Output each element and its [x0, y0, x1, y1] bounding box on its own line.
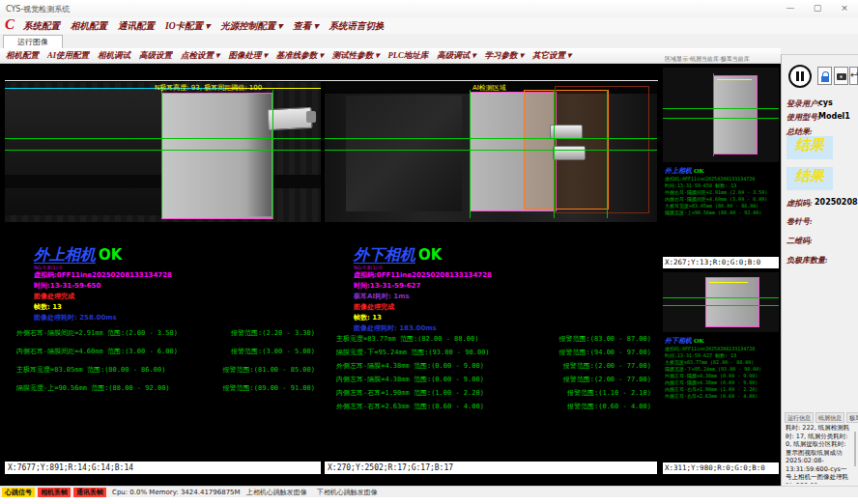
maximize-button[interactable]: ▢ — [808, 2, 827, 15]
model-label: 使用型号: — [786, 112, 820, 123]
preview-line: 外侧右耳-隔膜间距=2.91mm (2.00 - 3.50) — [665, 189, 779, 196]
coordinate-bar-preview2: X:311;Y:980;R:0;G:0;B:0 — [663, 462, 779, 474]
preview-line: 外侧左耳-右耳=2.63mm (0.60 - 4.00) — [665, 393, 779, 400]
menu-item[interactable]: 系统语言切换 — [329, 20, 385, 33]
measure-value: 外侧左耳-隔膜=4.38mm 范围:(0.00 - 9.00) — [336, 361, 484, 375]
toolbar-item[interactable]: AI使用配置 — [47, 50, 89, 62]
menu-item[interactable]: 光源控制配置 ▾ — [220, 20, 282, 33]
measure-row: 外侧左耳-隔膜=4.38mm 范围:(0.00 - 9.00) 报警范围:(2.… — [336, 361, 651, 375]
upper-camera-view: N极耳高度: 93, 极耳间距阈值: 100 外上相机OK NG:0,B(1):… — [5, 81, 321, 474]
measure-line-v — [554, 90, 555, 218]
menu-item[interactable]: 相机配置 — [71, 20, 107, 33]
machine-block — [5, 90, 164, 215]
measure-value: 内侧左耳-隔膜=4.38mm 范围:(0.00 - 9.00) — [336, 375, 484, 388]
ai-elapsed-line: 极耳AI耗时: 1ms — [354, 292, 410, 301]
info-tab[interactable]: 极耳信息 — [846, 412, 858, 423]
alarm-range: 报警范围:(2.20 - 3.30) — [231, 328, 315, 347]
toolbar-item[interactable]: 相机调试 — [98, 50, 130, 62]
preview-upper-image[interactable] — [663, 68, 779, 162]
measure-value: 外侧右耳-隔膜间距=2.91mm 范围:(2.00 - 3.50) — [16, 328, 178, 347]
camera-result-title: 外上相机OK — [34, 245, 122, 266]
coordinate-bar-lower: X:270;Y:2502;R:17;G:17;B:17 — [325, 462, 657, 474]
preview-sheet-roi — [705, 277, 759, 327]
preview-line: 时间:13-31-59-650 帧数: 13 — [665, 182, 779, 189]
virtual-code-line: 虚拟码:0FF11ine20250208133134728 — [354, 270, 492, 280]
result-box-2: 结果 — [786, 167, 833, 190]
menu-items: 系统配置相机配置通讯配置IO卡配置 ▾光源控制配置 ▾查看 ▾系统语言切换 — [23, 20, 385, 33]
preview-lines: 虚拟码:0FF11ine20250208133134728时间:13-31-59… — [665, 346, 779, 400]
measure-line-v — [161, 90, 162, 218]
lower-camera-image[interactable]: AI检测区域 — [325, 82, 657, 222]
alarm-range: 报警范围:(2.00 - 77.00) — [563, 361, 651, 375]
time-line: 时间:13-31-59-627 — [354, 281, 420, 291]
app-logo-icon: C — [5, 16, 14, 33]
toolbar-item[interactable]: 相机配置 — [6, 50, 39, 62]
minimize-button[interactable]: — — [781, 2, 800, 15]
electrode-tab-tip — [306, 111, 316, 123]
toolbar-item[interactable]: 图像处理 ▾ — [228, 50, 267, 62]
toolbar-item[interactable]: 点检设置 ▾ — [181, 50, 219, 62]
close-button[interactable]: × — [835, 2, 854, 15]
qr-code-label: 二维码: — [786, 236, 813, 246]
bottom-strip — [0, 497, 858, 504]
log-scrollbar[interactable] — [854, 432, 856, 466]
status-badge: 相机丢帧 — [38, 488, 71, 497]
measure-list: 外侧右耳-隔膜间距=2.91mm 范围:(2.00 - 3.50) 报警范围:(… — [16, 328, 315, 402]
status-note: 下相机心跳触发图像 — [317, 488, 378, 497]
alarm-range: 报警范围:(2.00 - 77.00) — [563, 375, 651, 388]
login-user-label: 登录用户: — [786, 98, 820, 109]
upper-camera-image[interactable]: N极耳高度: 93, 极耳间距阈值: 100 — [5, 82, 321, 222]
measure-list: 主极宽度=83.77mm 范围:(82.00 - 88.00) 报警范围:(83… — [336, 334, 651, 415]
info-tab[interactable]: 运行信息 — [785, 412, 814, 423]
preview-title: 外下相机OK — [665, 336, 779, 346]
tab-run-image[interactable]: 运行图像 — [3, 35, 63, 49]
toolbar-item[interactable]: PLC地址库 — [388, 50, 429, 62]
lock-button[interactable] — [817, 67, 832, 85]
toolbar-item[interactable]: 学习参数 ▾ — [485, 50, 524, 62]
status-badges: 心跳信号相机丢帧通讯丢帧 — [2, 488, 106, 497]
right-control-panel: ↩ 登录用户: cys 使用型号: Model1 总结果: 结果 结果 虚拟码:… — [781, 54, 858, 486]
overlay-label: N极耳高度: 93, 极耳间距阈值: 100 — [155, 83, 262, 93]
measure-line-h — [663, 297, 779, 298]
toolbar-item[interactable]: 基准线参数 ▾ — [276, 50, 324, 62]
menu-item[interactable]: 系统配置 — [23, 20, 60, 33]
preview-lower-image[interactable] — [663, 272, 779, 332]
menu-bar: C 系统配置相机配置通讯配置IO卡配置 ▾光源控制配置 ▾查看 ▾系统语言切换 — [0, 17, 858, 34]
ai-region-label: AI检测区域 — [472, 83, 506, 93]
process-done-line: 图像处理完成 — [34, 292, 74, 301]
pause-button[interactable] — [788, 65, 812, 88]
toolbar-item[interactable]: 其它设置 ▾ — [532, 50, 571, 62]
measure-value: 主极耳宽度=83.05mm 范围:(80.00 - 86.00) — [16, 365, 165, 383]
menu-item[interactable]: 通讯配置 — [118, 20, 155, 33]
toolbar-item[interactable]: 高级调试 ▾ — [437, 50, 475, 62]
info-tab[interactable]: 纸屑信息 — [815, 412, 844, 423]
measure-line-v — [713, 73, 714, 156]
toolbar-item[interactable]: 高级设置 — [139, 50, 172, 62]
run-log-text: 耗时: 222, 纸屑检测耗时: 17, 纸屑分类耗时: 0, 纸屑提取分区耗时… — [786, 424, 852, 484]
preview-line: 外侧左耳-隔膜=4.38mm (0.00 - 9.00) — [665, 373, 779, 379]
preview-line: 虚拟码:0FF11ine20250208133134728 — [665, 346, 779, 352]
measure-line-h — [663, 305, 779, 306]
measure-row: 外侧右耳-隔膜间距=2.91mm 范围:(2.00 - 3.50) 报警范围:(… — [16, 328, 315, 347]
preview-title: 外上相机OK — [665, 166, 779, 176]
measure-line-v — [607, 90, 608, 218]
return-button[interactable]: ↩ — [849, 67, 858, 85]
alarm-range: 报警范围:(94.00 - 97.00) — [559, 348, 651, 361]
camera-button[interactable] — [834, 67, 848, 85]
camera-name: 外下相机 — [354, 246, 415, 264]
frame-count-line: 帧数: 13 — [34, 302, 62, 312]
window-title: CYS-视觉检测系统 — [6, 4, 70, 14]
coordinate-bar-upper: X:7677;Y:891;R:14;G:14;B:14 — [5, 462, 321, 474]
time-line: 时间:13-31-59-650 — [34, 281, 100, 291]
app-window: CYS-视觉检测系统 — ▢ × C 系统配置相机配置通讯配置IO卡配置 ▾光源… — [0, 0, 858, 504]
camera-name: 外下相机 — [665, 337, 692, 345]
preview-line: 内侧左耳-隔膜=4.38mm (0.00 - 9.00) — [665, 379, 779, 386]
menu-item[interactable]: IO卡配置 ▾ — [165, 20, 210, 33]
menu-item[interactable]: 查看 ▾ — [293, 20, 318, 33]
toolbar-item[interactable]: 测试性参数 ▾ — [332, 50, 380, 62]
elapsed-line: 图像处理耗时: 258.00ms — [34, 313, 117, 322]
measure-row: 内侧左耳-隔膜=4.38mm 范围:(0.00 - 9.00) 报警范围:(2.… — [336, 375, 651, 388]
preview-lower-text: 外下相机OK 虚拟码:0FF11ine20250208133134728时间:1… — [665, 336, 779, 456]
result-ok-badge: OK — [694, 167, 704, 175]
measure-value: 隔膜宽度-下=95.24mm 范围:(93.00 - 98.00) — [336, 348, 490, 361]
